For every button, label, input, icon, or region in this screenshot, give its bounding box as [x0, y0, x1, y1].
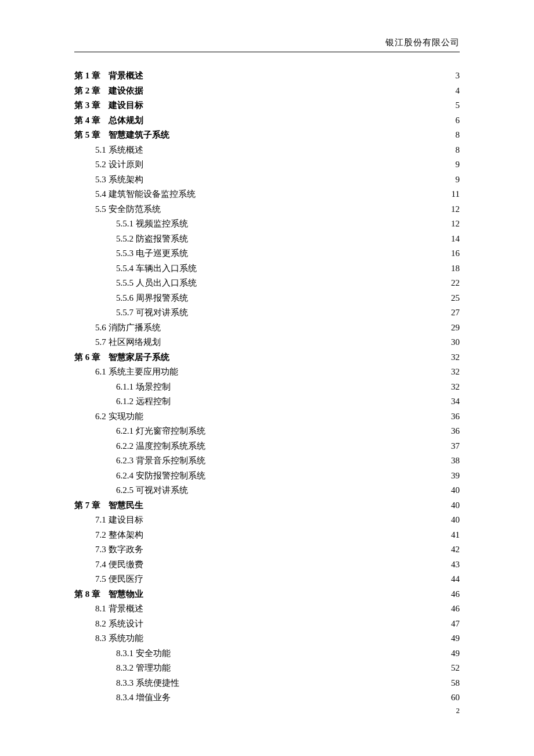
- toc-entry[interactable]: 8.3.3 系统便捷性58: [74, 676, 460, 691]
- toc-entry-title: 场景控制: [136, 382, 171, 391]
- section-number: 5.5.7: [116, 308, 134, 317]
- toc-entry-label: 6.2.5 可视对讲系统: [116, 483, 188, 498]
- section-number: 5.5.5: [116, 278, 134, 287]
- toc-entry[interactable]: 5.5.6 周界报警系统25: [74, 291, 460, 306]
- toc-entry-label: 5.5.1 视频监控系统: [116, 217, 188, 232]
- toc-entry[interactable]: 8.3.1 安全功能49: [74, 646, 460, 661]
- toc-entry[interactable]: 第 7 章 智慧民生40: [74, 498, 460, 513]
- toc-entry[interactable]: 6.1.2 远程控制34: [74, 394, 460, 409]
- toc-entry[interactable]: 第 8 章 智慧物业46: [74, 587, 460, 602]
- toc-entry-title: 智慧家居子系统: [109, 352, 169, 362]
- toc-entry-label: 5.5.4 车辆出入口系统: [116, 261, 197, 276]
- toc-entry-title: 系统设计: [109, 619, 143, 628]
- toc-entry[interactable]: 5.2 设计原则9: [74, 157, 460, 172]
- toc-entry[interactable]: 第 2 章 建设依据4: [74, 84, 460, 99]
- toc-entry[interactable]: 6.2.2 温度控制系统系统37: [74, 439, 460, 454]
- toc-entry-label: 8.3.1 安全功能: [116, 646, 171, 661]
- chapter-prefix: 第: [74, 86, 85, 95]
- toc-entry-page: 9: [447, 172, 460, 188]
- section-number: 6.2.2: [116, 441, 134, 451]
- toc-entry-page: 36: [447, 424, 460, 439]
- toc-entry[interactable]: 5.7 社区网络规划30: [74, 335, 460, 350]
- toc-entry[interactable]: 5.1 系统概述8: [74, 143, 460, 158]
- toc-entry[interactable]: 8.2 系统设计47: [74, 617, 460, 632]
- toc-entry-label: 5.4 建筑智能设备监控系统: [95, 187, 196, 202]
- toc-entry-page: 46: [447, 602, 460, 617]
- toc-entry[interactable]: 8.3 系统功能49: [74, 631, 460, 646]
- section-number: 5.5.3: [116, 249, 134, 258]
- toc-entry-label: 6.2.3 背景音乐控制系统: [116, 453, 205, 469]
- toc-entry-label: 5.6 消防广播系统: [95, 321, 161, 336]
- toc-entry-title: 安全功能: [136, 649, 171, 658]
- toc-entry[interactable]: 6.1.1 场景控制32: [74, 380, 460, 395]
- toc-entry[interactable]: 5.6 消防广播系统29: [74, 321, 460, 336]
- toc-entry[interactable]: 5.5.1 视频监控系统12: [74, 217, 460, 232]
- toc-entry-title: 视频监控系统: [136, 219, 188, 228]
- toc-entry[interactable]: 6.2 实现功能36: [74, 409, 460, 424]
- section-number: 6.2.5: [116, 485, 134, 495]
- footer-page-number: 2: [456, 706, 460, 715]
- toc-entry[interactable]: 5.5.7 可视对讲系统27: [74, 305, 460, 321]
- chapter-prefix: 第: [74, 352, 85, 362]
- toc-entry-page: 12: [447, 202, 460, 217]
- section-number: 5.4: [95, 189, 106, 199]
- toc-entry-page: 6: [447, 113, 460, 128]
- chapter-prefix: 第: [74, 589, 85, 599]
- toc-entry-label: 7.3 数字政务: [95, 542, 143, 557]
- toc-entry-label: 8.1 背景概述: [95, 602, 143, 617]
- toc-entry[interactable]: 6.1 系统主要应用功能32: [74, 365, 460, 380]
- toc-entry[interactable]: 7.4 便民缴费43: [74, 557, 460, 573]
- toc-entry-page: 43: [447, 557, 460, 573]
- toc-entry[interactable]: 第 3 章 建设目标5: [74, 98, 460, 113]
- toc-entry[interactable]: 第 4 章 总体规划6: [74, 113, 460, 128]
- section-number: 5.5.1: [116, 219, 134, 228]
- toc-entry[interactable]: 6.2.4 安防报警控制系统39: [74, 469, 460, 484]
- toc-entry-page: 22: [447, 276, 460, 291]
- document-page: 银江股份有限公司 第 1 章 背景概述3第 2 章 建设依据4第 3 章 建设目…: [0, 0, 534, 756]
- toc-entry[interactable]: 7.5 便民医疗44: [74, 572, 460, 587]
- toc-entry[interactable]: 5.5.5 人员出入口系统22: [74, 276, 460, 291]
- chapter-suffix: 章: [89, 100, 100, 110]
- toc-entry-label: 第 8 章 智慧物业: [74, 587, 143, 602]
- toc-entry[interactable]: 5.5 安全防范系统12: [74, 202, 460, 217]
- chapter-suffix: 章: [89, 130, 100, 139]
- toc-entry-title: 安全防范系统: [109, 204, 161, 214]
- toc-entry[interactable]: 5.5.4 车辆出入口系统18: [74, 261, 460, 276]
- toc-entry-title: 管理功能: [136, 663, 171, 672]
- section-number: 5.6: [95, 323, 106, 332]
- toc-entry[interactable]: 第 1 章 背景概述3: [74, 69, 460, 84]
- toc-entry-page: 3: [447, 69, 460, 84]
- header-rule: [74, 52, 460, 52]
- toc-entry[interactable]: 5.5.2 防盗报警系统14: [74, 232, 460, 247]
- toc-entry-label: 8.2 系统设计: [95, 617, 143, 632]
- toc-entry[interactable]: 7.2 整体架构41: [74, 528, 460, 543]
- toc-entry[interactable]: 6.2.3 背景音乐控制系统38: [74, 453, 460, 469]
- section-number: 8.3.2: [116, 663, 134, 672]
- toc-entry-label: 7.4 便民缴费: [95, 557, 143, 573]
- toc-entry[interactable]: 8.3.4 增值业务60: [74, 690, 460, 705]
- section-number: 6.1.2: [116, 397, 134, 406]
- toc-entry-title: 安防报警控制系统: [136, 471, 205, 480]
- toc-entry[interactable]: 8.3.2 管理功能52: [74, 661, 460, 676]
- toc-entry-page: 49: [447, 646, 460, 661]
- toc-entry-label: 第 6 章 智慧家居子系统: [74, 350, 169, 365]
- toc-entry[interactable]: 5.5.3 电子巡更系统16: [74, 246, 460, 261]
- toc-entry-page: 5: [447, 98, 460, 113]
- section-number: 6.2.1: [116, 426, 134, 435]
- toc-entry-page: 8: [447, 143, 460, 158]
- toc-entry[interactable]: 6.2.1 灯光窗帘控制系统36: [74, 424, 460, 439]
- toc-entry-label: 6.2.1 灯光窗帘控制系统: [116, 424, 205, 439]
- toc-entry[interactable]: 第 5 章 智慧建筑子系统8: [74, 128, 460, 143]
- toc-entry[interactable]: 5.3 系统架构9: [74, 172, 460, 188]
- toc-entry[interactable]: 第 6 章 智慧家居子系统32: [74, 350, 460, 365]
- toc-entry-title: 背景概述: [109, 71, 143, 80]
- toc-entry[interactable]: 8.1 背景概述46: [74, 602, 460, 617]
- toc-entry-title: 建设目标: [109, 100, 143, 110]
- toc-entry[interactable]: 6.2.5 可视对讲系统40: [74, 483, 460, 498]
- toc-entry[interactable]: 7.3 数字政务42: [74, 542, 460, 557]
- toc-entry-page: 32: [447, 350, 460, 365]
- toc-entry-label: 6.2.2 温度控制系统系统: [116, 439, 205, 454]
- toc-entry[interactable]: 7.1 建设目标40: [74, 513, 460, 528]
- toc-entry[interactable]: 5.4 建筑智能设备监控系统11: [74, 187, 460, 202]
- toc-entry-title: 人员出入口系统: [136, 278, 197, 287]
